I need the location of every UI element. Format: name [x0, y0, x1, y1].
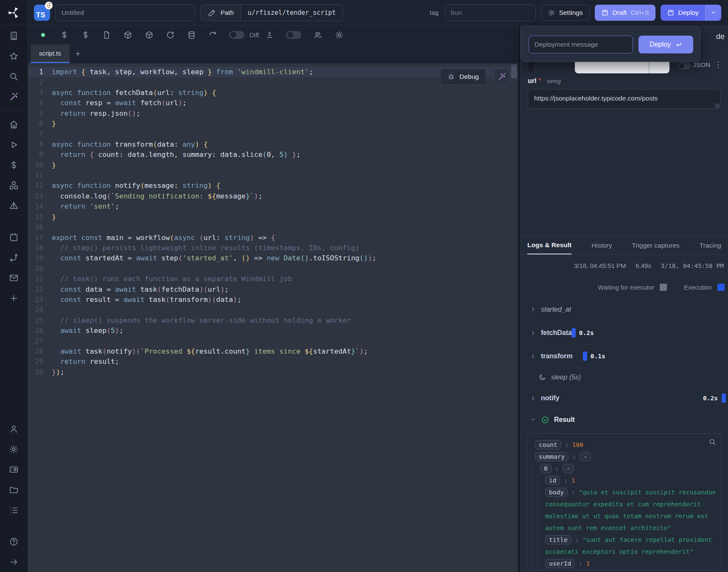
- code-line[interactable]: 28 await task(notify)(`Processed ${resul…: [28, 346, 518, 357]
- ai-wand-button[interactable]: [494, 69, 510, 85]
- collapse-toggle-pill[interactable]: -: [563, 464, 574, 473]
- deploy-dropdown-button[interactable]: [705, 5, 721, 21]
- code-line[interactable]: 11: [28, 170, 518, 181]
- code-line[interactable]: 24: [28, 305, 518, 315]
- result-row[interactable]: Result: [521, 410, 728, 430]
- code-line[interactable]: 13 console.log(`Sending notification: ${…: [28, 191, 518, 201]
- code-line[interactable]: 25 // sleep() suspends the workflow serv…: [28, 315, 518, 326]
- sidebar-pyramid-icon[interactable]: [5, 196, 23, 215]
- settings-button[interactable]: Settings: [541, 5, 590, 21]
- tab-script-ts[interactable]: script.ts: [31, 45, 70, 63]
- sidebar-wand-icon[interactable]: [5, 87, 23, 106]
- panel-splitter[interactable]: [518, 25, 521, 572]
- tag-input[interactable]: bun: [445, 4, 536, 21]
- run-tab-trigger-captures[interactable]: Trigger captures: [632, 236, 680, 254]
- popup-deploy-button[interactable]: Deploy: [638, 36, 693, 53]
- code-line[interactable]: 17export const main = workflow(async (ur…: [28, 233, 518, 243]
- url-argument-input[interactable]: https://jsonplaceholder.typicode.com/pos…: [528, 89, 721, 109]
- sidebar-star-icon[interactable]: [5, 47, 23, 65]
- kebab-menu-icon[interactable]: [714, 60, 723, 70]
- code-line[interactable]: 6}: [28, 119, 518, 129]
- code-editor[interactable]: 1import { task, step, workflow, sleep } …: [28, 64, 518, 572]
- database-icon[interactable]: [187, 30, 196, 39]
- deploy-button[interactable]: Deploy: [661, 5, 705, 21]
- code-line[interactable]: 21 // task() runs each function as a sep…: [28, 274, 518, 284]
- code-line[interactable]: 23 const result = await task(transform)(…: [28, 295, 518, 305]
- step-row-started-at[interactable]: started_at: [521, 298, 728, 321]
- edit-path-button[interactable]: Path: [201, 5, 241, 21]
- sidebar-server-gear-icon[interactable]: [5, 460, 23, 479]
- code-line[interactable]: 30});: [28, 367, 518, 377]
- users-icon[interactable]: [313, 30, 322, 39]
- sidebar-plus-icon[interactable]: [5, 289, 23, 307]
- code-line[interactable]: 16: [28, 222, 518, 232]
- collab-toggle[interactable]: [286, 31, 301, 39]
- run-tab-logs-result[interactable]: Logs & Result: [527, 236, 571, 254]
- code-line[interactable]: 4 const resp = await fetch(url);: [28, 98, 518, 108]
- textarea-resize-handle[interactable]: [715, 103, 720, 108]
- json-key-pill[interactable]: 0: [540, 464, 552, 473]
- run-tab-tracing[interactable]: Tracing: [700, 236, 721, 254]
- editor-scrollbar[interactable]: [511, 64, 517, 78]
- add-tab-button[interactable]: +: [70, 45, 87, 63]
- code-line[interactable]: 10}: [28, 160, 518, 170]
- sidebar-calendar-icon[interactable]: [5, 228, 23, 246]
- json-key-pill[interactable]: summary: [535, 452, 568, 461]
- sidebar-folder-icon[interactable]: [5, 480, 23, 499]
- sidebar-mail-icon[interactable]: [5, 268, 23, 287]
- json-key-pill[interactable]: title: [545, 535, 571, 544]
- search-icon[interactable]: [708, 438, 717, 446]
- code-line[interactable]: 27: [28, 336, 518, 346]
- sidebar-search-icon[interactable]: [5, 67, 23, 86]
- package-icon[interactable]: [123, 30, 132, 39]
- draft-button[interactable]: Draft Ctrl+S: [595, 5, 655, 21]
- diff-toggle[interactable]: [229, 31, 244, 39]
- code-line[interactable]: 29 return result;: [28, 357, 518, 367]
- sidebar-arrow-right-icon[interactable]: [5, 552, 23, 571]
- code-line[interactable]: 22 const data = await task(fetchData)(ur…: [28, 285, 518, 295]
- plus-minus-icon[interactable]: [265, 30, 274, 39]
- code-line[interactable]: 8async function transform(data: any) {: [28, 140, 518, 150]
- sidebar-cubes-icon[interactable]: [5, 176, 23, 195]
- sidebar-dollar-icon[interactable]: [5, 156, 23, 174]
- step-row-notify[interactable]: notify0.2s: [521, 387, 728, 410]
- code-line[interactable]: 14 return 'sent';: [28, 201, 518, 212]
- sidebar-route-icon[interactable]: [5, 248, 23, 267]
- code-line[interactable]: 15}: [28, 212, 518, 222]
- sidebar-person-icon[interactable]: [5, 419, 23, 438]
- sidebar-home-icon[interactable]: [5, 115, 23, 134]
- code-line[interactable]: 5 return resp.json();: [28, 109, 518, 119]
- deployment-message-input[interactable]: [529, 36, 633, 53]
- script-title-input[interactable]: Untitled: [55, 4, 195, 21]
- file-icon[interactable]: [102, 30, 111, 39]
- json-key-pill[interactable]: body: [545, 488, 568, 497]
- path-value[interactable]: u/rfiszel/tender_script: [241, 5, 343, 21]
- collapse-toggle-pill[interactable]: -: [580, 452, 591, 461]
- code-line[interactable]: 9 return { count: data.length, summary: …: [28, 150, 518, 160]
- sidebar-gear-icon[interactable]: [5, 440, 23, 458]
- code-line[interactable]: 20: [28, 264, 518, 274]
- refresh-icon[interactable]: [208, 30, 217, 39]
- json-key-pill[interactable]: userId: [545, 559, 575, 568]
- windmill-logo-icon[interactable]: [0, 0, 28, 25]
- debug-button[interactable]: Debug: [440, 69, 486, 85]
- sidebar-list-icon[interactable]: [5, 501, 23, 519]
- code-line[interactable]: 3async function fetchData(url: string) {: [28, 88, 518, 98]
- step-row-sleep[interactable]: sleep (5s): [521, 368, 728, 387]
- sidebar-play-icon[interactable]: [5, 135, 23, 154]
- package-icon[interactable]: [144, 30, 154, 39]
- sidebar-help-icon[interactable]: [5, 532, 23, 551]
- status-dot-icon[interactable]: [38, 30, 48, 39]
- json-key-pill[interactable]: id: [545, 476, 560, 485]
- run-tab-history[interactable]: History: [591, 236, 612, 254]
- step-row-transform[interactable]: transform0.1s: [521, 345, 728, 368]
- dollar-icon[interactable]: [59, 30, 69, 39]
- code-line[interactable]: 19 const startedAt = await step('started…: [28, 253, 518, 263]
- code-line[interactable]: 26 await sleep(5);: [28, 326, 518, 336]
- code-line[interactable]: 18 // step() persists lightweight inline…: [28, 243, 518, 253]
- code-line[interactable]: 7: [28, 129, 518, 139]
- rotate-cw-icon[interactable]: [165, 30, 175, 39]
- code-line[interactable]: 12async function notify(message: string)…: [28, 181, 518, 191]
- step-row-fetchData[interactable]: fetchData0.2s: [521, 321, 728, 345]
- sidebar-building-icon[interactable]: [5, 26, 23, 45]
